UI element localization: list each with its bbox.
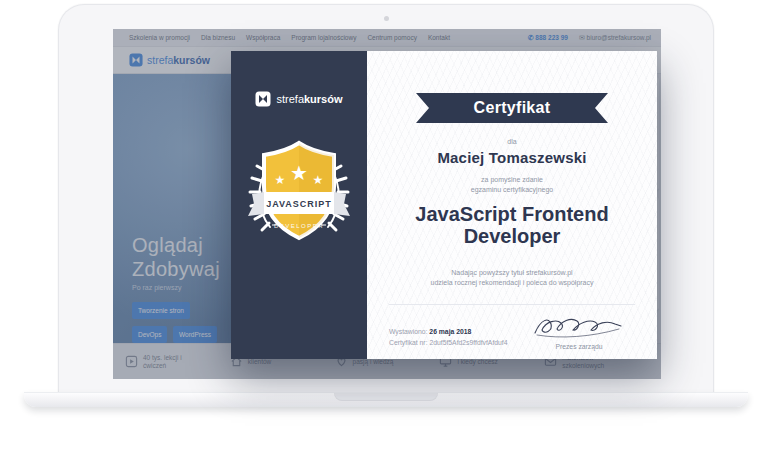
- signature: [529, 312, 629, 338]
- reason-text: za pomyślne zdanie egzaminu certyfikacyj…: [367, 175, 657, 195]
- star-icon: ★: [275, 173, 286, 187]
- signature-block: Prezes zarządu: [523, 312, 635, 350]
- recipient-name: Maciej Tomaszewski: [367, 149, 657, 166]
- laptop-base-notch: [334, 393, 438, 401]
- certificate-modal: strefakursów: [231, 51, 657, 359]
- laptop-screen: Szkolenia w promocji Dla biznesu Współpr…: [58, 4, 714, 392]
- badge-title: JAVASCRIPT: [266, 199, 332, 209]
- certificate-ribbon: Certyfikat: [416, 93, 608, 123]
- certificate-logo: strefakursów: [255, 91, 342, 107]
- certificate-body: Certyfikat dla Maciej Tomaszewski za pom…: [367, 51, 657, 359]
- star-icon: ★: [290, 162, 308, 184]
- laptop-camera-dot: [384, 16, 389, 21]
- certificate-left-panel: strefakursów: [231, 51, 367, 359]
- page: Szkolenia w promocji Dla biznesu Współpr…: [0, 0, 772, 453]
- footer-divider: [389, 304, 635, 305]
- issue-details: Wystawiono: 26 maja 2018 Certyfikat nr: …: [389, 326, 508, 350]
- laptop-base: [24, 392, 748, 407]
- certificate-title: JavaScript Frontend Developer: [367, 203, 657, 247]
- logo-icon: [255, 91, 271, 107]
- recommendation-text: Nadając powyższy tytuł strefakursów.pl u…: [367, 268, 657, 288]
- signer-role: Prezes zarządu: [523, 343, 635, 350]
- certificate-footer: Wystawiono: 26 maja 2018 Certyfikat nr: …: [389, 308, 635, 350]
- javascript-developer-badge: ★ ★ ★ JAVASCRIPT DEVELOPER: [242, 135, 356, 249]
- logo-wordmark: strefakursów: [276, 93, 342, 105]
- badge-subtitle: DEVELOPER: [274, 223, 324, 229]
- for-label: dla: [367, 138, 657, 145]
- star-icon: ★: [313, 173, 324, 187]
